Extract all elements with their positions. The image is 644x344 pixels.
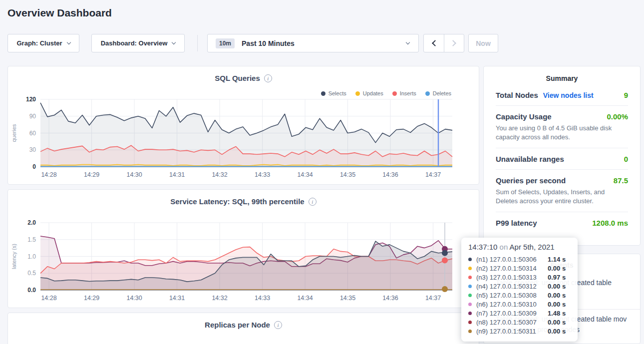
time-step-buttons [423,34,464,52]
tooltip-node-label: (n5) 127.0.0.1:50308 [476,292,548,299]
tooltip-node-label: (n7) 127.0.0.1:50309 [476,310,548,317]
svg-text:14:29: 14:29 [84,295,99,302]
tooltip-node-value: 0.00 s [548,265,566,272]
summary-row-value: 87.5 [614,176,628,185]
tooltip-node-row: (n1) 127.0.0.1:50306 1.14 s [468,255,571,264]
info-icon[interactable]: i [264,74,272,82]
summary-row-value: 9 [624,91,628,99]
node-color-dot-icon [468,285,472,288]
svg-text:14:30: 14:30 [126,295,142,302]
summary-row-label: Total Nodes [496,91,538,99]
tooltip-node-row: (n5) 127.0.0.1:50308 0.00 s [468,291,571,300]
summary-row-desc: You are using 0 B of 4.5 GiB usable disk… [496,124,628,142]
node-color-dot-icon [468,294,472,297]
svg-text:14:28: 14:28 [41,295,56,302]
summary-row: Capacity Usage 0.00% You are using 0 B o… [496,106,628,148]
tooltip-node-row: (n7) 127.0.0.1:50309 1.48 s [468,309,571,318]
tooltip-node-row: (n2) 127.0.0.1:50314 0.00 s [468,264,571,273]
service-latency-chart[interactable]: 0.00.51.01.52.014:2814:2914:3014:3114:32… [8,218,479,307]
time-next-button[interactable] [444,34,464,52]
tooltip-node-label: (n3) 127.0.0.1:50313 [476,274,548,281]
tooltip-node-row: (n4) 127.0.0.1:50312 0.00 s [468,282,571,291]
tooltip-node-value: 0.00 s [548,283,566,290]
node-color-dot-icon [468,276,472,279]
summary-title: Summary [484,74,640,82]
tooltip-node-value: 0.00 s [548,292,566,299]
dashboard-dropdown[interactable]: Dashboard: Overview [91,34,185,52]
page-title: Overview Dashboard [7,7,112,19]
time-range-dropdown[interactable]: 10m Past 10 Minutes [207,34,419,52]
svg-text:120: 120 [26,96,36,103]
summary-row: P99 latency 1208.0 ms [496,212,628,233]
tooltip-node-label: (n2) 127.0.0.1:50314 [476,265,548,272]
tooltip-node-label: (n6) 127.0.0.1:50310 [476,301,548,308]
now-button[interactable]: Now [468,34,498,52]
sql-queries-panel: SQL Queries i Selects Updates Inserts De… [7,66,479,185]
replicas-chart-title: Replicas per Node [205,321,270,329]
svg-text:60: 60 [29,130,36,137]
sql-queries-chart[interactable]: 030609012014:2814:2914:3014:3114:3214:33… [8,94,479,183]
tooltip-node-value: 0.00 s [548,328,566,335]
node-color-dot-icon [468,303,472,306]
chart-hover-tooltip: 14:37:10 on Apr 5th, 2021 (n1) 127.0.0.1… [461,238,578,342]
summary-row-label: P99 latency [496,219,537,227]
tooltip-node-row: (n8) 127.0.0.1:50307 0.00 s [468,318,571,327]
graph-dropdown-label: Graph: Cluster [16,39,62,47]
info-icon[interactable]: i [309,198,317,206]
node-color-dot-icon [468,258,472,261]
chevron-down-icon [66,40,70,44]
svg-text:14:33: 14:33 [255,171,270,178]
svg-text:14:32: 14:32 [212,171,227,178]
controls-divider [197,35,198,51]
tooltip-node-label: (n4) 127.0.0.1:50312 [476,283,548,290]
tooltip-node-value: 0.00 s [548,319,566,326]
svg-text:14:34: 14:34 [297,171,313,178]
tooltip-node-value: 1.48 s [548,310,566,317]
summary-row: Unavailable ranges 0 [496,148,628,170]
tooltip-node-value: 1.14 s [548,256,566,263]
replicas-panel: Replicas per Node i [7,313,479,344]
dashboard-dropdown-label: Dashboard: Overview [101,39,168,47]
tooltip-node-row: (n9) 127.0.0.1:50311 0.00 s [468,327,571,336]
graph-dropdown[interactable]: Graph: Cluster [7,34,79,52]
service-latency-chart-title: Service Latency: SQL, 99th percentile [170,197,304,206]
tooltip-node-label: (n1) 127.0.0.1:50306 [476,256,548,263]
now-button-label: Now [476,39,491,47]
svg-text:14:34: 14:34 [297,295,313,302]
summary-row-value: 0 [624,155,628,163]
tooltip-on: on [500,243,508,251]
svg-text:1.5: 1.5 [27,236,36,243]
summary-row-value: 0.00% [607,112,628,121]
svg-text:queries: queries [11,124,17,142]
time-prev-button[interactable] [424,34,444,52]
info-icon[interactable]: i [274,321,282,329]
svg-text:14:33: 14:33 [255,295,270,302]
summary-row-label: Unavailable ranges [496,155,564,163]
svg-text:14:37: 14:37 [425,295,441,302]
time-range-badge: 10m [216,38,235,48]
svg-text:latency (s): latency (s) [11,244,17,269]
svg-text:0.0: 0.0 [27,287,36,294]
svg-text:14:35: 14:35 [340,295,355,302]
svg-text:14:29: 14:29 [84,171,99,178]
tooltip-node-value: 0.00 s [548,301,566,308]
svg-text:14:37: 14:37 [425,171,441,178]
svg-text:90: 90 [29,113,36,120]
svg-text:14:28: 14:28 [41,171,56,178]
summary-panel: Summary Total Nodes View nodes list 9 Ca… [483,66,641,246]
chevron-right-icon [450,40,456,46]
tooltip-node-value: 0.97 s [548,274,566,281]
tooltip-node-label: (n8) 127.0.0.1:50307 [476,319,548,326]
svg-text:14:31: 14:31 [169,171,185,178]
service-latency-panel: Service Latency: SQL, 99th percentile i … [7,189,479,308]
svg-text:0.5: 0.5 [27,270,36,277]
tooltip-time: 14:37:10 [468,243,497,251]
node-color-dot-icon [468,267,472,270]
svg-text:14:30: 14:30 [126,171,142,178]
node-color-dot-icon [468,321,472,324]
tooltip-date: Apr 5th, 2021 [510,243,555,251]
tooltip-timestamp: 14:37:10 on Apr 5th, 2021 [468,243,571,251]
svg-text:2.0: 2.0 [27,219,36,226]
summary-row: Queries per second 87.5 Sum of Selects, … [496,170,628,212]
view-nodes-link[interactable]: View nodes list [543,91,594,99]
